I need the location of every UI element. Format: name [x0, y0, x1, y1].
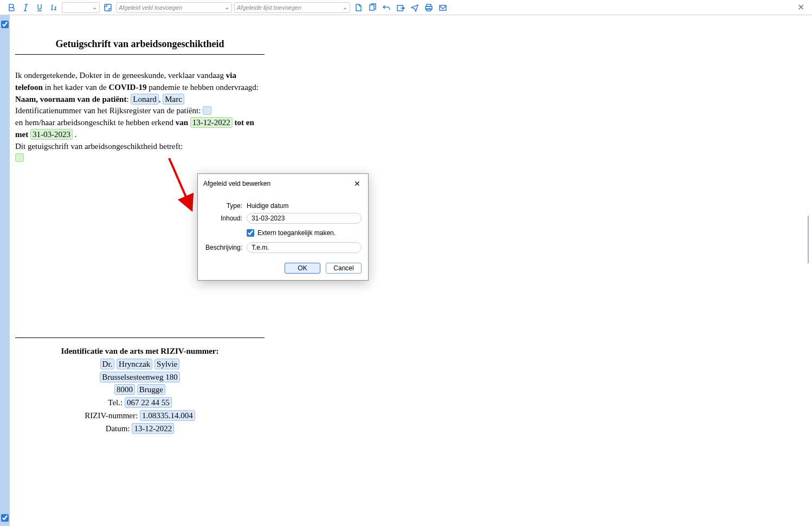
undo-button[interactable]	[381, 2, 392, 14]
type-label: Type:	[204, 202, 242, 210]
footer-tel-line: Tel.: 067 22 44 55	[15, 397, 265, 409]
print-button[interactable]	[423, 2, 435, 14]
extern-checkbox[interactable]	[247, 229, 254, 237]
desc-label: Beschrijving:	[204, 244, 242, 251]
text: en hem/haar arbeidsongeschikt te hebben …	[15, 118, 176, 127]
paragraph-dates: en hem/haar arbeidsongeschikt te hebben …	[15, 117, 265, 141]
section-checkbox-bottom[interactable]	[1, 514, 9, 522]
doctor-identification: Identificatie van de arts met RIZIV-numm…	[15, 337, 265, 434]
content-input[interactable]	[247, 213, 362, 224]
field-city[interactable]: Brugge	[137, 384, 165, 395]
mail-button[interactable]	[437, 2, 449, 14]
text: .	[73, 130, 77, 139]
footer-name-line: Dr. Hrynczak Sylvie	[15, 359, 265, 371]
section-checkbox-top[interactable]	[1, 21, 9, 28]
ok-button[interactable]: OK	[285, 263, 320, 274]
edit-field-dialog: Afgeleid veld bewerken ✕ Type: Huidige d…	[197, 173, 369, 281]
dialog-row-type: Type: Huidige datum	[204, 202, 362, 210]
dialog-row-content: Inhoud:	[204, 213, 362, 224]
derived-list-label: Afgeleide lijst toevoegen	[237, 4, 301, 11]
chevron-down-icon: ⌄	[343, 4, 347, 11]
field-lastname[interactable]: Lonard	[131, 94, 158, 105]
cancel-button[interactable]: Cancel	[326, 263, 362, 274]
dialog-close-button[interactable]: ✕	[352, 178, 363, 189]
footer-street-line: Brusselsesteenweg 180	[15, 372, 265, 384]
workspace: Getuigschrift van arbeidsongeschiktheid …	[0, 15, 812, 526]
copy-button[interactable]	[366, 2, 378, 14]
font-select[interactable]: ⌄	[62, 2, 100, 13]
field-date-from[interactable]: 13-12-2022	[190, 117, 233, 128]
derived-field-label: Afgeleid veld toevoegen	[119, 4, 182, 11]
paragraph-subject: Dit getuigschrift van arbeidsongeschikth…	[15, 141, 265, 153]
field-subject[interactable]	[15, 153, 24, 162]
text: Dit getuigschrift van arbeidsongeschikth…	[15, 142, 183, 151]
chevron-down-icon: ⌄	[224, 4, 229, 11]
dialog-footer: OK Cancel	[198, 261, 368, 280]
text: Ik ondergetekende, Dokter in de geneesku…	[15, 71, 226, 80]
svg-rect-0	[105, 4, 111, 11]
chevron-down-icon: ⌄	[92, 4, 97, 11]
text-bold: COVID-19	[108, 83, 146, 92]
close-icon[interactable]: ✕	[795, 2, 807, 14]
dialog-header: Afgeleid veld bewerken ✕	[198, 174, 368, 193]
export-button[interactable]	[395, 2, 407, 14]
send-button[interactable]	[409, 2, 421, 14]
date-label: Datum:	[106, 424, 132, 433]
field-date[interactable]: 13-12-2022	[132, 423, 174, 434]
field-rrn[interactable]	[203, 106, 211, 115]
text: ,	[159, 95, 163, 103]
dialog-body: Type: Huidige datum Inhoud: Extern toega…	[198, 193, 368, 261]
document-area: Getuigschrift van arbeidsongeschiktheid …	[10, 15, 812, 526]
italic-button[interactable]	[20, 2, 31, 14]
paragraph-intro: Ik ondergetekende, Dokter in de geneesku…	[15, 70, 265, 94]
name-label: Naam, voornaam van de patiënt	[15, 95, 126, 103]
extern-label: Extern toegankelijk maken.	[257, 229, 336, 237]
type-value: Huidige datum	[247, 202, 362, 210]
riziv-label: RIZIV-nummer:	[85, 411, 140, 420]
field-title[interactable]: Dr.	[100, 359, 115, 369]
field-tel[interactable]: 067 22 44 55	[125, 397, 172, 408]
insert-field-button[interactable]	[102, 2, 114, 14]
new-page-button[interactable]	[352, 2, 364, 14]
footer-date-line: Datum: 13-12-2022	[15, 423, 265, 435]
text: pandemie te hebben ondervraagd:	[149, 83, 259, 92]
dialog-row-desc: Beschrijving:	[204, 242, 362, 253]
dialog-row-extern: Extern toegankelijk maken.	[247, 229, 362, 237]
paragraph-rrn: Identificatienummer van het Rijksregiste…	[15, 105, 265, 117]
field-riziv[interactable]: 1.08335.14.004	[140, 410, 195, 421]
text-format-button[interactable]	[48, 2, 60, 14]
field-street[interactable]: Brusselsesteenweg 180	[100, 372, 180, 382]
derived-list-select[interactable]: Afgeleide lijst toevoegen ⌄	[234, 2, 350, 13]
page-title: Getuigschrift van arbeidsongeschiktheid	[15, 37, 265, 55]
scrollbar-area	[804, 15, 812, 526]
field-doc-firstname[interactable]: Sylvie	[154, 359, 179, 369]
paragraph-subject-field	[15, 152, 265, 164]
desc-input[interactable]	[247, 242, 362, 253]
content-label: Inhoud:	[204, 215, 242, 222]
underline-button[interactable]	[34, 2, 46, 14]
paragraph-name: Naam, voornaam van de patiënt: Lonard, M…	[15, 94, 265, 106]
svg-rect-6	[440, 5, 446, 10]
footer-city-line: 8000 Brugge	[15, 384, 265, 396]
gutter	[0, 15, 10, 526]
svg-rect-5	[427, 9, 431, 11]
rrn-label: Identificatienummer van het Rijksregiste…	[15, 106, 203, 115]
text: in het kader van de	[45, 83, 109, 92]
toolbar: ⌄ Afgeleid veld toevoegen ⌄ Afgeleide li…	[0, 0, 812, 15]
field-doc-lastname[interactable]: Hrynczak	[117, 359, 152, 369]
dialog-title: Afgeleid veld bewerken	[203, 180, 270, 187]
footer-header: Identificatie van de arts met RIZIV-numm…	[15, 346, 265, 358]
scrollbar-thumb[interactable]	[808, 216, 809, 263]
text-bold: van	[176, 118, 188, 127]
field-firstname[interactable]: Marc	[163, 94, 184, 105]
footer-riziv-line: RIZIV-nummer: 1.08335.14.004	[15, 410, 265, 422]
derived-field-select[interactable]: Afgeleid veld toevoegen ⌄	[116, 2, 232, 13]
field-date-to[interactable]: 31-03-2023	[30, 129, 73, 140]
bold-button[interactable]	[5, 2, 17, 14]
svg-rect-1	[370, 5, 374, 10]
field-zip[interactable]: 8000	[114, 384, 135, 395]
tel-label: Tel.:	[108, 398, 125, 407]
